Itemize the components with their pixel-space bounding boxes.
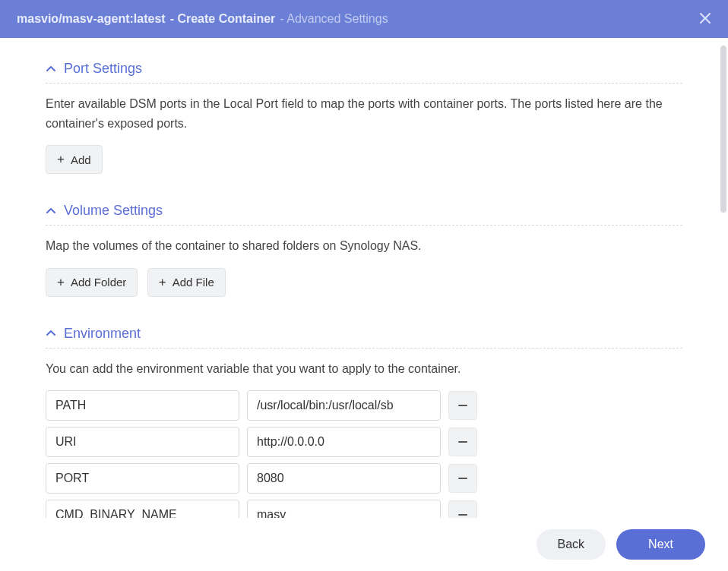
section-title: Environment: [64, 326, 141, 342]
env-row: [46, 500, 682, 518]
section-title: Volume Settings: [64, 203, 163, 219]
env-row: [46, 390, 682, 421]
env-row: [46, 463, 682, 494]
remove-env-button[interactable]: [448, 464, 477, 493]
remove-env-button[interactable]: [448, 500, 477, 518]
chevron-up-icon: [46, 206, 56, 216]
add-file-button[interactable]: + Add File: [147, 268, 226, 297]
content-area: Port Settings Enter available DSM ports …: [0, 38, 728, 518]
minus-icon: [457, 400, 468, 411]
env-value-input[interactable]: [247, 427, 441, 457]
minus-icon: [457, 473, 468, 484]
env-key-input[interactable]: [46, 500, 239, 518]
env-key-input[interactable]: [46, 390, 239, 421]
window-titlebar: masvio/masv-agent:latest - Create Contai…: [0, 0, 728, 38]
titlebar-subtitle: - Advanced Settings: [280, 12, 388, 26]
remove-env-button[interactable]: [448, 391, 477, 420]
section-desc-port: Enter available DSM ports in the Local P…: [46, 94, 682, 133]
section-header-port[interactable]: Port Settings: [46, 53, 682, 84]
minus-icon: [457, 509, 468, 518]
button-label: Add Folder: [71, 276, 126, 289]
add-folder-button[interactable]: + Add Folder: [46, 268, 138, 297]
plus-icon: +: [57, 275, 65, 290]
env-value-input[interactable]: [247, 390, 441, 421]
close-icon[interactable]: [699, 11, 711, 28]
env-value-input[interactable]: [247, 500, 441, 518]
back-button[interactable]: Back: [537, 529, 606, 560]
button-label: Add: [71, 153, 91, 166]
remove-env-button[interactable]: [448, 427, 477, 456]
section-header-environment[interactable]: Environment: [46, 318, 682, 349]
scrollbar[interactable]: [720, 46, 726, 213]
section-header-volume[interactable]: Volume Settings: [46, 195, 682, 226]
next-button[interactable]: Next: [616, 529, 705, 560]
section-desc-volume: Map the volumes of the container to shar…: [46, 236, 682, 256]
section-desc-environment: You can add the environment variable tha…: [46, 359, 682, 379]
chevron-up-icon: [46, 64, 56, 74]
section-title: Port Settings: [64, 61, 142, 77]
chevron-up-icon: [46, 328, 56, 339]
env-key-input[interactable]: [46, 427, 239, 457]
env-variable-list: [46, 390, 682, 518]
plus-icon: +: [57, 152, 65, 167]
env-value-input[interactable]: [247, 463, 441, 494]
plus-icon: +: [159, 275, 166, 290]
env-key-input[interactable]: [46, 463, 239, 494]
footer: Back Next: [0, 518, 728, 571]
titlebar-image: masvio/masv-agent:latest: [17, 12, 166, 26]
button-label: Add File: [173, 276, 214, 289]
env-row: [46, 427, 682, 457]
titlebar-title: - Create Container: [170, 12, 276, 26]
minus-icon: [457, 437, 468, 447]
add-port-button[interactable]: + Add: [46, 145, 103, 174]
